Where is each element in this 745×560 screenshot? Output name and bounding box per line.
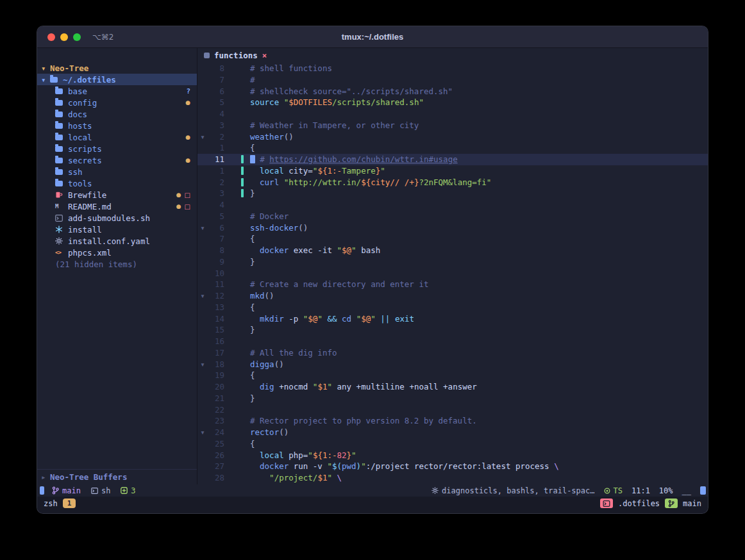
code-line[interactable]: 20 dig +nocmd "$1" any +multiline +noall… — [197, 381, 708, 393]
close-window-button[interactable] — [47, 33, 55, 41]
fold-marker-icon — [197, 450, 208, 461]
zoom-window-button[interactable] — [73, 33, 81, 41]
fold-marker-icon — [197, 165, 208, 177]
code-line[interactable]: 15} — [197, 324, 708, 336]
fold-marker-icon — [197, 404, 208, 416]
fold-marker-icon — [197, 74, 208, 86]
tree-item-base[interactable]: base? — [37, 85, 197, 97]
fold-marker-icon — [197, 63, 208, 74]
tree-item-Brewfile[interactable]: Brewfile●□ — [37, 189, 197, 201]
code-line[interactable]: 5# Docker — [197, 211, 708, 222]
code-line[interactable]: ▾18digga() — [197, 359, 708, 370]
tree-root-item[interactable]: ▾ ~/.dotfiles — [37, 74, 197, 85]
git-branch: main — [52, 486, 81, 495]
code-line[interactable]: 25{ — [197, 438, 708, 450]
fold-marker-icon — [197, 211, 208, 222]
tree-item-label: local — [68, 133, 92, 142]
code-line[interactable]: ▾2weather() — [197, 131, 708, 143]
code-line[interactable]: 19{ — [197, 370, 708, 381]
tmux-window-item[interactable]: zsh 1 — [44, 498, 76, 508]
code-text: { — [250, 302, 255, 313]
code-text: # Rector project to php version 8.2 by d… — [250, 415, 477, 427]
tree-item-label: hosts — [68, 121, 92, 131]
tree-item-secrets[interactable]: secrets● — [37, 154, 197, 166]
folder-icon — [55, 135, 67, 140]
code-line[interactable]: 1{ — [197, 142, 708, 154]
code-line[interactable]: 17# All the dig info — [197, 347, 708, 359]
fold-marker-icon — [197, 302, 208, 313]
git-status-badges: ? — [186, 87, 190, 95]
code-line[interactable]: 7# — [197, 74, 708, 86]
code-line[interactable]: 28 "/project/$1" \ — [197, 472, 708, 484]
tree-item-docs[interactable]: docs — [37, 108, 197, 120]
line-number: 2 — [208, 131, 224, 143]
tree-item-phpcs.xml[interactable]: <>phpcs.xml — [37, 247, 197, 258]
code-line[interactable]: ▾24rector() — [197, 427, 708, 438]
code-text: } — [250, 324, 255, 336]
fold-marker-icon — [197, 461, 208, 472]
lsp-clients-list: diagnosticls, bashls, trail-spac… — [442, 486, 594, 495]
tree-item-tools[interactable]: tools — [37, 177, 197, 189]
git-sign — [224, 245, 250, 256]
code-line[interactable]: 5source "$DOTFILES/scripts/shared.sh" — [197, 97, 708, 108]
code-line[interactable]: 11# Create a new directory and enter it — [197, 279, 708, 290]
code-line[interactable]: 10 — [197, 268, 708, 279]
code-line[interactable]: 26 local php="${1:-82}" — [197, 450, 708, 461]
titlebar[interactable]: ⌥⌘2 tmux:~/.dotfiles — [37, 26, 708, 48]
code-line[interactable]: 7{ — [197, 233, 708, 245]
folder-icon — [55, 181, 67, 186]
fold-marker-icon: ▾ — [197, 131, 208, 143]
tree-item-README.md[interactable]: MREADME.md●□ — [37, 201, 197, 212]
neotree-buffers-section[interactable]: ▸ Neo-Tree Buffers — [37, 469, 197, 484]
code-line[interactable]: 6# shellcheck source="../scripts/shared.… — [197, 86, 708, 97]
code-line[interactable]: 16 — [197, 336, 708, 347]
tab-functions[interactable]: functions × — [204, 51, 267, 60]
tree-item-ssh[interactable]: ssh — [37, 166, 197, 177]
folder-icon — [55, 169, 67, 175]
code-line[interactable]: 3# Weather in Tampere, or other city — [197, 120, 708, 131]
line-number: 28 — [208, 472, 224, 484]
tree-item-install.conf.yaml[interactable]: install.conf.yaml — [37, 235, 197, 247]
code-line[interactable]: 14 mkdir -p "$@" && cd "$@" || exit — [197, 313, 708, 325]
code-line[interactable]: 23# Rector project to php version 8.2 by… — [197, 415, 708, 427]
code-area[interactable]: 8# shell functions 7# 6# shellcheck sour… — [197, 63, 708, 484]
chevron-down-icon: ▾ — [41, 63, 50, 73]
git-sign — [224, 427, 250, 438]
line-number: 9 — [208, 256, 224, 268]
neotree-source-header[interactable]: ▾ Neo-Tree — [37, 62, 197, 74]
code-line[interactable]: 9} — [197, 256, 708, 268]
statusline-left: main sh 3 — [38, 486, 136, 495]
tab-close-icon[interactable]: × — [262, 51, 267, 60]
code-line[interactable]: ▾12mkd() — [197, 290, 708, 302]
scrollbar-thumb[interactable] — [700, 486, 706, 495]
code-line[interactable]: ▾6ssh-docker() — [197, 222, 708, 234]
code-line[interactable]: 11 # https://github.com/chubin/wttr.in#u… — [197, 154, 708, 165]
line-number: 4 — [208, 199, 224, 211]
tree-item-label: secrets — [68, 156, 102, 165]
code-line[interactable]: 13{ — [197, 302, 708, 313]
tree-item-add-submodules.sh[interactable]: add-submodules.sh — [37, 212, 197, 224]
line-number: 5 — [208, 97, 224, 108]
tree-item-local[interactable]: local● — [37, 131, 197, 143]
fold-marker-icon: ▾ — [197, 222, 208, 234]
code-line[interactable]: 2 curl "http://wttr.in/${city// /+}?2nFQ… — [197, 177, 708, 188]
window-hotkey: ⌥⌘2 — [92, 33, 113, 42]
code-line[interactable]: 3} — [197, 188, 708, 199]
code-line[interactable]: 27 docker run -v "$(pwd)":/project recto… — [197, 461, 708, 472]
tree-item-hosts[interactable]: hosts — [37, 120, 197, 131]
minimize-window-button[interactable] — [60, 33, 68, 41]
folder-open-icon — [50, 77, 62, 83]
terminal-window: ⌥⌘2 tmux:~/.dotfiles ▾ Neo-Tree ▾ ~/.dot… — [37, 26, 708, 514]
code-line[interactable]: 4 — [197, 199, 708, 211]
tree-item-config[interactable]: config● — [37, 97, 197, 108]
code-line[interactable]: 1 local city="${1:-Tampere}" — [197, 165, 708, 177]
tree-item-scripts[interactable]: scripts — [37, 143, 197, 154]
neotree-title: Neo-Tree — [50, 63, 88, 73]
code-line[interactable]: 8 docker exec -it "$@" bash — [197, 245, 708, 256]
code-line[interactable]: 21} — [197, 393, 708, 404]
tree-item-install[interactable]: install — [37, 224, 197, 235]
code-line[interactable]: 22 — [197, 404, 708, 416]
code-line[interactable]: 4 — [197, 108, 708, 120]
code-text: # Weather in Tampere, or other city — [250, 120, 419, 131]
code-line[interactable]: 8# shell functions — [197, 63, 708, 74]
